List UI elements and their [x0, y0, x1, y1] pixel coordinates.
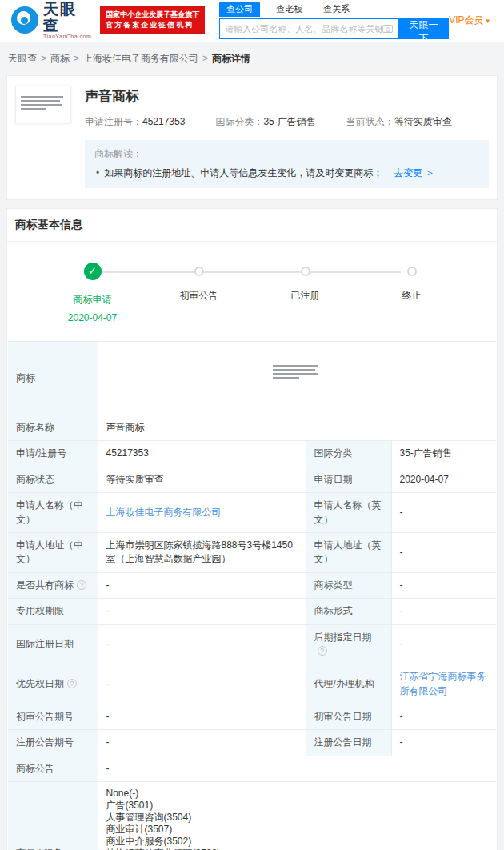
chevron-right-icon: ＞ [426, 167, 435, 178]
field-value: 声音商标 [98, 415, 496, 441]
goods-services: None(-)广告(3501)人事管理咨询(3504)商业审计(3507)商业中… [98, 782, 496, 850]
help-icon[interactable]: ? [318, 646, 327, 656]
field-label: 注册公告期号 [8, 730, 98, 756]
trademark-image [268, 360, 326, 392]
breadcrumb-current: 商标详情 [212, 53, 250, 64]
field-label: 商标类型 [306, 572, 391, 598]
step-label: 终止 [402, 289, 422, 303]
search-button[interactable]: 天眼一下 [398, 18, 449, 39]
field-label: 申请日期 [306, 467, 391, 492]
field-label: 专用权期限 [8, 599, 98, 624]
table-row: 申请/注册号45217353国际分类35-广告销售 [8, 441, 496, 467]
vip-menu[interactable]: VIP会员▾ [449, 14, 490, 27]
brand-domain: TianYanCha.com [43, 34, 92, 39]
breadcrumb-strip: 天眼查>商标>上海妆佳电子商务有限公司>商标详情 [0, 42, 504, 75]
table-row: 商标状态等待实质审查申请日期2020-04-07 [8, 467, 496, 492]
table-row: 是否共有商标?-商标类型- [8, 572, 496, 598]
search-tab-relation[interactable]: 查关系 [318, 2, 354, 17]
table-row: 国际注册日期-后期指定日期?- [8, 624, 496, 664]
step-circle-icon [301, 267, 310, 276]
field-label: 后期指定日期? [306, 624, 391, 664]
caret-down-icon: ▾ [486, 17, 490, 25]
meta-label: 申请注册号： [85, 116, 142, 127]
trademark-meta-row: 申请注册号：45217353国际分类：35-广告销售当前状态：等待实质审查 [85, 115, 489, 129]
help-icon[interactable]: ? [77, 580, 86, 590]
field-label: 初审公告期号 [8, 704, 98, 730]
breadcrumb-link-0[interactable]: 天眼查 [8, 53, 37, 64]
trademark-image-cell [98, 342, 496, 415]
field-value: 45217353 [98, 441, 306, 467]
section-title: 商标基本信息 [7, 209, 497, 242]
meta-label: 国际分类： [215, 116, 263, 127]
go-change-link[interactable]: 去变更 ＞ [394, 167, 434, 178]
field-label: 商标公告 [8, 756, 98, 781]
step-1: 初审公告 [146, 263, 252, 323]
list-item: 商业审计(3507) [106, 824, 489, 836]
field-label: 代理/办理机构 [306, 664, 391, 704]
field-value: - [98, 664, 306, 704]
search-area: 查公司查老板查关系 天眼一下 [219, 2, 449, 39]
field-value: - [98, 704, 306, 730]
gov-badge-line2: 官方备案企业征信机构 [106, 20, 199, 30]
help-icon[interactable]: ? [67, 679, 77, 688]
bullet-icon: • [96, 167, 99, 178]
table-row: 优先权日期?-代理/办理机构江苏省宁海商标事务所有限公司 [8, 664, 496, 704]
list-item: 商业中介服务(3502) [106, 836, 489, 848]
field-label: 商标 [8, 342, 98, 415]
agency-link[interactable]: 江苏省宁海商标事务所有限公司 [400, 671, 486, 696]
table-row: 商标名称声音商标 [8, 415, 496, 441]
field-label: 商标形式 [306, 599, 391, 624]
field-value: - [98, 572, 306, 598]
step-circle-icon [407, 267, 417, 276]
field-label: 申请人名称（英文） [306, 493, 391, 533]
table-row: 商标公告- [8, 756, 496, 781]
interpretation-box: 商标解读： •如果商标的注册地址、申请人等信息发生变化，请及时变更商标；去变更 … [85, 140, 489, 188]
step-label: 商标申请 [74, 293, 112, 307]
interpretation-tip: 如果商标的注册地址、申请人等信息发生变化，请及时变更商标； [104, 167, 382, 178]
search-input[interactable] [225, 24, 382, 34]
field-value: - [391, 704, 496, 730]
field-value: - [391, 532, 496, 572]
applicant-name-link[interactable]: 上海妆佳电子商务有限公司 [106, 507, 222, 518]
breadcrumb-separator: > [202, 53, 208, 64]
list-item: 人事管理咨询(3504) [106, 812, 489, 824]
gov-badge-line1: 国家中小企业发展子基金旗下 [106, 10, 199, 20]
meta-value: 等待实质审查 [394, 116, 452, 127]
basic-info-card: 商标基本信息 ✓商标申请2020-04-07初审公告已注册终止 商标商标名称声音… [6, 208, 498, 850]
breadcrumb-link-1[interactable]: 商标 [50, 53, 70, 64]
field-value: 上海市崇明区陈家镇揽海路888号3号楼1450室（上海智慧岛数据产业园） [98, 532, 306, 572]
breadcrumb: 天眼查>商标>上海妆佳电子商务有限公司>商标详情 [8, 52, 496, 66]
step-2: 已注册 [252, 263, 358, 323]
table-row: 专用权期限-商标形式- [8, 599, 496, 624]
table-row: 初审公告期号-初审公告日期- [8, 704, 496, 730]
field-value: - [391, 493, 496, 533]
search-tab-company[interactable]: 查公司 [219, 2, 260, 17]
field-value: 上海妆佳电子商务有限公司 [98, 493, 306, 533]
field-value: - [391, 572, 496, 598]
meta-item-0: 申请注册号：45217353 [85, 115, 185, 129]
step-circle-icon [194, 267, 204, 276]
camera-icon[interactable] [382, 25, 393, 33]
table-row: 申请人地址（中文）上海市崇明区陈家镇揽海路888号3号楼1450室（上海智慧岛数… [8, 532, 496, 572]
vip-label: VIP会员 [449, 14, 483, 26]
meta-item-2: 当前状态：等待实质审查 [346, 115, 452, 129]
field-value: - [391, 624, 496, 664]
field-label: 商标状态 [8, 467, 98, 492]
step-label: 已注册 [291, 289, 320, 303]
search-tab-boss[interactable]: 查老板 [271, 2, 307, 17]
table-row: 商标 [8, 342, 496, 415]
field-value: 2020-04-07 [391, 467, 496, 492]
tianyancha-logo[interactable]: 天眼查 TianYanCha.com [11, 2, 92, 39]
field-label: 国际注册日期 [8, 624, 98, 664]
breadcrumb-link-2[interactable]: 上海妆佳电子商务有限公司 [83, 53, 198, 64]
field-label: 是否共有商标? [8, 572, 98, 598]
field-label: 申请人地址（英文） [306, 532, 391, 572]
meta-label: 当前状态： [346, 116, 394, 127]
site-header: 天眼查 TianYanCha.com 国家中小企业发展子基金旗下 官方备案企业征… [0, 0, 504, 42]
list-item: None(-) [106, 788, 489, 800]
field-value: 等待实质审查 [98, 467, 306, 492]
field-label: 优先权日期? [8, 664, 98, 704]
step-date: 2020-04-07 [68, 312, 117, 323]
field-value: - [391, 730, 496, 756]
meta-value: 45217353 [142, 116, 185, 127]
